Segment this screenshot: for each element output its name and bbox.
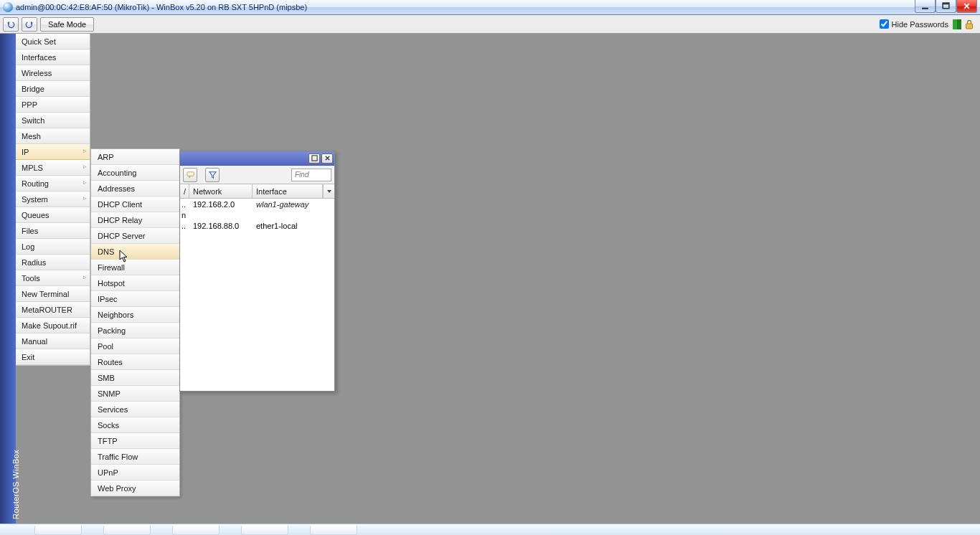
menu-item-make-supout-rif[interactable]: Make Supout.rif <box>16 318 90 333</box>
svg-rect-5 <box>966 24 973 29</box>
menu-item-label: Mesh <box>22 132 41 141</box>
table-row[interactable]: n <box>180 209 334 220</box>
lock-icon <box>964 19 974 29</box>
submenu-item-dhcp-server[interactable]: DHCP Server <box>91 228 179 244</box>
submenu-item-dns[interactable]: DNS <box>91 244 179 260</box>
menu-item-quick-set[interactable]: Quick Set <box>16 34 90 49</box>
menu-item-label: Quick Set <box>22 37 56 46</box>
chevron-right-icon: ▹ <box>83 179 87 186</box>
address-list-body: ..192.168.2.0wlan1-gatewayn..192.168.88.… <box>180 199 334 231</box>
menu-item-routing[interactable]: Routing▹ <box>16 176 90 191</box>
close-button[interactable] <box>956 0 977 13</box>
menu-item-label: Make Supout.rif <box>22 321 77 330</box>
submenu-item-accounting[interactable]: Accounting <box>91 165 179 181</box>
submenu-item-hotspot[interactable]: Hotspot <box>91 275 179 291</box>
submenu-item-services[interactable]: Services <box>91 402 179 417</box>
menu-item-radius[interactable]: Radius <box>16 255 90 270</box>
address-list-titlebar[interactable] <box>180 151 334 166</box>
taskbar-item[interactable] <box>310 525 357 535</box>
menu-item-switch[interactable]: Switch <box>16 113 90 128</box>
menu-item-label: Exit <box>22 353 34 361</box>
redo-button[interactable] <box>22 17 37 32</box>
menu-item-queues[interactable]: Queues <box>16 207 90 223</box>
menu-item-label: PPP <box>22 100 37 109</box>
menu-item-ppp[interactable]: PPP <box>16 97 90 113</box>
menu-item-label: IP <box>22 148 29 156</box>
submenu-item-addresses[interactable]: Addresses <box>91 181 179 197</box>
cell-network: 192.168.88.0 <box>189 222 253 230</box>
submenu-item-dhcp-client[interactable]: DHCP Client <box>91 197 179 212</box>
submenu-item-snmp[interactable]: SNMP <box>91 386 179 402</box>
hide-passwords-checkbox[interactable]: Hide Passwords <box>880 19 948 29</box>
submenu-item-neighbors[interactable]: Neighbors <box>91 307 179 323</box>
submenu-item-tftp[interactable]: TFTP <box>91 433 179 449</box>
table-row[interactable]: ..192.168.2.0wlan1-gateway <box>180 199 334 209</box>
cell-flag: .. <box>180 222 189 230</box>
address-list-toolbar <box>180 166 334 184</box>
ip-submenu: ARPAccountingAddressesDHCP ClientDHCP Re… <box>90 148 180 497</box>
submenu-item-traffic-flow[interactable]: Traffic Flow <box>91 449 179 465</box>
address-list-header: / Network Interface <box>180 184 334 199</box>
col-interface[interactable]: Interface <box>253 184 323 198</box>
minimize-button[interactable] <box>915 0 936 13</box>
svg-rect-2 <box>943 3 949 4</box>
columns-dropdown[interactable] <box>323 184 334 198</box>
hide-passwords-label: Hide Passwords <box>892 20 948 29</box>
col-network[interactable]: Network <box>189 184 253 198</box>
chevron-right-icon: ▹ <box>83 163 87 170</box>
menu-item-bridge[interactable]: Bridge <box>16 81 90 97</box>
find-input[interactable] <box>291 169 331 181</box>
menu-item-label: System <box>22 195 48 204</box>
chevron-right-icon: ▹ <box>83 273 87 280</box>
menu-item-ip[interactable]: IP▹ <box>16 144 90 160</box>
svg-rect-3 <box>953 19 957 29</box>
taskbar-item[interactable] <box>34 525 82 535</box>
menu-item-files[interactable]: Files <box>16 223 90 239</box>
maximize-button[interactable] <box>936 0 956 13</box>
table-row[interactable]: ..192.168.88.0ether1-local <box>180 220 334 231</box>
menu-item-interfaces[interactable]: Interfaces <box>16 49 90 65</box>
submenu-item-pool[interactable]: Pool <box>91 338 179 354</box>
taskbar-item[interactable] <box>172 525 220 535</box>
taskbar-item[interactable] <box>103 525 151 535</box>
submenu-item-smb[interactable]: SMB <box>91 370 179 386</box>
comment-button[interactable] <box>183 168 197 182</box>
menu-item-wireless[interactable]: Wireless <box>16 65 90 81</box>
chevron-right-icon: ▹ <box>83 147 87 154</box>
submenu-item-routes[interactable]: Routes <box>91 354 179 370</box>
menu-item-label: New Terminal <box>22 290 69 298</box>
submenu-item-dhcp-relay[interactable]: DHCP Relay <box>91 212 179 228</box>
col-address[interactable]: / <box>180 184 189 198</box>
menu-item-new-terminal[interactable]: New Terminal <box>16 286 90 302</box>
menu-item-system[interactable]: System▹ <box>16 191 90 207</box>
menu-item-mesh[interactable]: Mesh <box>16 128 90 144</box>
menu-item-manual[interactable]: Manual <box>16 333 90 349</box>
menu-item-tools[interactable]: Tools▹ <box>16 270 90 286</box>
window-restore-button[interactable] <box>308 153 320 164</box>
menu-item-log[interactable]: Log <box>16 239 90 255</box>
menu-item-label: Tools <box>22 274 40 283</box>
menu-item-label: Switch <box>22 116 44 125</box>
submenu-item-web-proxy[interactable]: Web Proxy <box>91 480 179 496</box>
filter-button[interactable] <box>205 168 220 182</box>
submenu-item-arp[interactable]: ARP <box>91 149 179 165</box>
submenu-item-upnp[interactable]: UPnP <box>91 465 179 480</box>
menu-item-label: Files <box>22 227 38 235</box>
main-menu: Quick SetInterfacesWirelessBridgePPPSwit… <box>16 34 90 366</box>
submenu-item-ipsec[interactable]: IPsec <box>91 291 179 307</box>
menu-item-mpls[interactable]: MPLS▹ <box>16 160 90 176</box>
submenu-item-firewall[interactable]: Firewall <box>91 260 179 275</box>
window-titlebar: admin@00:0C:42:E8:AF:50 (MikroTik) - Win… <box>0 0 980 15</box>
window-close-button[interactable] <box>321 153 333 164</box>
menu-item-label: Bridge <box>22 85 44 93</box>
menu-item-exit[interactable]: Exit <box>16 349 90 365</box>
safe-mode-button[interactable]: Safe Mode <box>40 17 94 32</box>
undo-button[interactable] <box>3 17 19 32</box>
taskbar-item[interactable] <box>241 525 288 535</box>
menu-item-metarouter[interactable]: MetaROUTER <box>16 302 90 318</box>
svg-rect-4 <box>957 19 961 29</box>
submenu-item-socks[interactable]: Socks <box>91 417 179 433</box>
submenu-item-packing[interactable]: Packing <box>91 323 179 338</box>
address-list-window: / Network Interface ..192.168.2.0wlan1-g… <box>179 151 335 392</box>
app-icon <box>3 2 13 12</box>
